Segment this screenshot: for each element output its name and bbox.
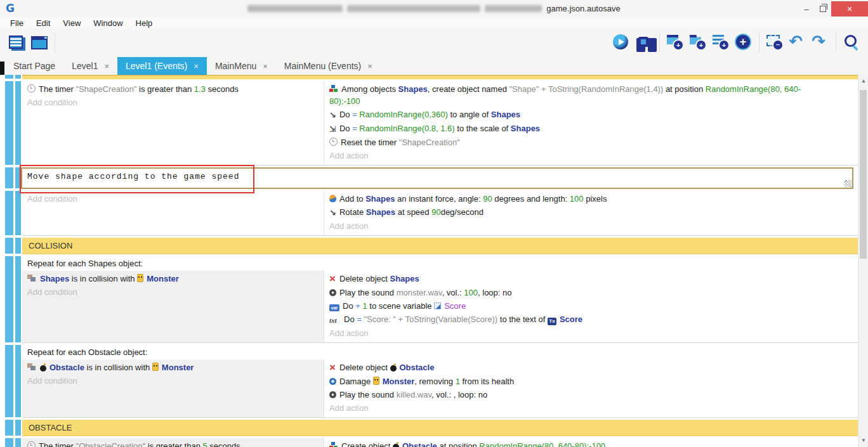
text-segment: , removing — [414, 377, 455, 386]
menu-item-window[interactable]: Window — [87, 18, 129, 28]
action-line[interactable]: Do = RandomInRange(0,360) to angle of Sh… — [324, 108, 858, 122]
tab-level1-events[interactable]: Level1 (Events)× — [117, 57, 207, 75]
conditions-cell[interactable]: The timer "ShapeCreation" is greater tha… — [22, 81, 324, 165]
event-gutter-bar[interactable] — [15, 256, 21, 342]
event-gutter-bar[interactable] — [15, 191, 21, 235]
tab-close-icon[interactable]: × — [194, 62, 199, 71]
action-line[interactable]: Delete object Shapes — [324, 272, 858, 286]
event-gutter-bar[interactable] — [15, 167, 21, 188]
section-header-label[interactable]: COLLISION — [22, 238, 858, 254]
action-line[interactable]: Do = RandomInRange(0.8, 1.6) to the scal… — [324, 122, 858, 136]
condition-line[interactable]: The timer "ShapeCreation" is greater tha… — [22, 82, 324, 96]
conditions-cell[interactable]: The timer "ObstacleCreation" is greater … — [22, 438, 324, 447]
text-segment: to scene variable — [367, 301, 435, 311]
action-line[interactable]: Among objects Shapes, create object name… — [324, 82, 858, 108]
resize-handle-icon[interactable] — [845, 180, 852, 187]
action-line[interactable]: Delete object Obstacle — [324, 361, 858, 375]
action-line[interactable]: Play the sound monster.wav, vol.: 100, l… — [324, 286, 858, 299]
add-subevent-icon[interactable] — [689, 33, 707, 52]
action-line[interactable]: Damage Monster, removing 1 from its heal… — [324, 375, 858, 388]
action-line[interactable]: Play the sound killed.wav, vol.: , loop:… — [324, 388, 858, 401]
scroll-up-arrow-icon[interactable]: ▲ — [858, 76, 868, 86]
tab-mainmenu[interactable]: MainMenu× — [207, 57, 276, 75]
actions-cell[interactable]: Among objects Shapes, create object name… — [324, 81, 858, 165]
vertical-scrollbar[interactable]: ▲ ▼ — [858, 75, 868, 447]
condition-line[interactable]: Shapes is in collision with Monster — [22, 272, 324, 285]
text-segment: to the text of — [497, 314, 548, 324]
event-foreach-header[interactable]: Repeat for each Obstacle object: — [22, 345, 858, 360]
event-gutter-bar[interactable] — [5, 81, 13, 165]
scrollbar-thumb[interactable] — [860, 90, 867, 259]
conditions-cell[interactable]: Shapes is in collision with MonsterAdd c… — [22, 271, 324, 342]
tab-close-icon[interactable]: × — [104, 62, 109, 71]
condition-line[interactable]: The timer "ObstacleCreation" is greater … — [22, 439, 324, 447]
comment-textarea[interactable]: Move shape according to the game speed — [21, 167, 853, 189]
event-gutter-bar[interactable] — [5, 438, 13, 447]
conditions-cell[interactable]: Add condition — [22, 191, 324, 235]
tab-start-page[interactable]: Start Page — [5, 57, 63, 75]
text-segment: monster.wav — [397, 288, 442, 297]
menu-item-help[interactable]: Help — [129, 18, 159, 28]
add-event-icon[interactable] — [666, 33, 684, 52]
action-line[interactable]: Reset the timer "ShapeCreation" — [324, 136, 858, 149]
section-header-label[interactable]: OBSTACLE — [22, 420, 858, 436]
event-gutter-bar[interactable] — [15, 345, 21, 417]
event-gutter-bar[interactable] — [5, 256, 13, 342]
add-action-link[interactable]: Add action — [324, 327, 858, 340]
scene-editor-icon[interactable] — [30, 33, 48, 52]
add-action-link[interactable]: Add action — [324, 149, 858, 162]
actions-cell[interactable]: Delete object ObstacleDamage Monster, re… — [324, 360, 858, 417]
event-gutter-bar[interactable] — [15, 238, 21, 254]
add-condition-link[interactable]: Add condition — [22, 96, 324, 109]
undo-icon[interactable] — [789, 33, 806, 52]
minimize-button[interactable]: – — [798, 2, 815, 16]
damage-icon — [329, 378, 336, 385]
tab-label: MainMenu — [215, 61, 256, 71]
tab-mainmenu-events[interactable]: MainMenu (Events)× — [276, 57, 381, 75]
play-icon[interactable] — [612, 33, 630, 52]
add-comment-icon[interactable] — [712, 33, 730, 52]
event-gutter-bar[interactable] — [5, 238, 13, 254]
scroll-down-arrow-icon[interactable]: ▼ — [858, 436, 868, 446]
tab-level1[interactable]: Level1× — [63, 57, 117, 75]
event-gutter-bar[interactable] — [15, 81, 21, 165]
condition-line[interactable]: Obstacle is in collision with Monster — [22, 361, 324, 374]
event-gutter-bar[interactable] — [15, 438, 21, 447]
action-line[interactable]: Do + 1 to scene variable Score — [324, 299, 858, 313]
event-foreach-header[interactable]: Repeat for each Shapes object: — [22, 256, 858, 271]
redo-icon[interactable] — [812, 33, 829, 52]
conditions-cell[interactable]: Obstacle is in collision with MonsterAdd… — [22, 360, 324, 417]
tab-close-icon[interactable]: × — [367, 62, 372, 71]
action-line[interactable]: Do = "Score: " + ToString(Variable(Score… — [324, 313, 858, 327]
actions-cell[interactable]: Create object Obstacle at position Rando… — [324, 438, 858, 447]
remove-event-icon[interactable] — [766, 33, 784, 52]
event-gutter-bar[interactable] — [15, 420, 21, 436]
restore-button[interactable] — [815, 2, 831, 16]
add-condition-link[interactable]: Add condition — [22, 374, 324, 387]
actions-cell[interactable]: Delete object ShapesPlay the sound monst… — [324, 271, 858, 342]
add-condition-link[interactable]: Add condition — [22, 285, 324, 299]
add-circle-icon[interactable] — [735, 33, 753, 52]
event-gutter-bar[interactable] — [5, 345, 13, 417]
event-gutter-bar[interactable] — [15, 75, 21, 79]
event-gutter-bar[interactable] — [5, 75, 13, 79]
search-icon[interactable] — [843, 33, 860, 52]
close-button[interactable]: × — [831, 1, 868, 16]
action-line[interactable]: Add to Shapes an instant force, angle: 9… — [324, 192, 858, 205]
project-manager-icon[interactable] — [8, 33, 25, 52]
action-line[interactable]: Create object Obstacle at position Rando… — [324, 439, 858, 447]
add-action-link[interactable]: Add action — [324, 401, 858, 415]
tab-close-icon[interactable]: × — [263, 62, 268, 71]
add-condition-link[interactable]: Add condition — [22, 192, 324, 205]
debug-icon[interactable] — [635, 33, 653, 52]
event-gutter-bar[interactable] — [5, 167, 13, 188]
menu-item-edit[interactable]: Edit — [30, 18, 56, 28]
action-line[interactable]: Rotate Shapes at speed 90deg/second — [324, 205, 858, 219]
add-action-link[interactable]: Add action — [324, 219, 858, 233]
actions-cell[interactable]: Add to Shapes an instant force, angle: 9… — [324, 191, 858, 235]
menu-item-file[interactable]: File — [4, 18, 30, 28]
menu-item-view[interactable]: View — [56, 18, 87, 28]
timer-icon — [27, 441, 36, 447]
event-gutter-bar[interactable] — [5, 420, 13, 436]
event-gutter-bar[interactable] — [5, 191, 13, 235]
